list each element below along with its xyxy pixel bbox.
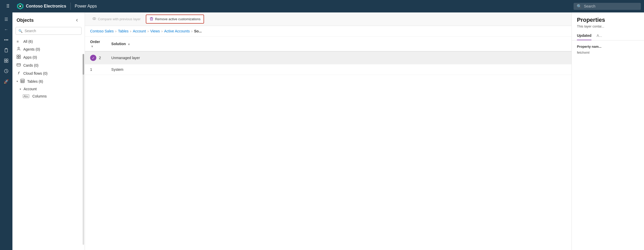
tab-updated-label: Updated (577, 33, 591, 38)
grid-icon-btn[interactable] (2, 56, 11, 65)
compare-label: Compare with previous layer (98, 17, 141, 21)
row2-order-value: 1 (90, 67, 92, 72)
breadcrumb-active-accounts[interactable]: Active Accounts (164, 29, 190, 33)
objects-cloudflows-item[interactable]: Cloud flows (0) (12, 69, 85, 77)
svg-point-0 (19, 5, 21, 7)
row1-solution-value: Unmanaged layer (111, 56, 140, 60)
search-icon: 🔍 (18, 29, 23, 33)
global-search-input[interactable] (584, 4, 636, 8)
svg-rect-1 (5, 49, 8, 52)
objects-list: ≡ All (6) Agents (0) Apps (0) Cards (0) (12, 37, 85, 250)
row1-order-cell: ✓ 2 (85, 51, 106, 64)
svg-rect-12 (19, 57, 20, 59)
objects-panel: Objects 🔍 ≡ All (6) Agents (0) (12, 12, 85, 250)
svg-rect-11 (17, 57, 18, 59)
toolbar: Compare with previous layer Remove activ… (85, 12, 571, 26)
svg-rect-3 (4, 59, 6, 60)
content-area: Compare with previous layer Remove activ… (85, 12, 571, 250)
global-search-box[interactable]: 🔍 (574, 3, 641, 10)
properties-subtitle: This layer contai... (572, 24, 644, 31)
row2-order-cell: 1 (85, 64, 106, 75)
order-col-header[interactable]: Order ∨ (85, 37, 106, 51)
objects-columns-label: Columns (32, 94, 47, 98)
objects-agents-item[interactable]: Agents (0) (12, 45, 85, 53)
table-row[interactable]: 1 System (85, 64, 571, 75)
company-name: Contoso Electronics (26, 4, 66, 9)
breadcrumb-sep-5: › (191, 29, 193, 33)
check-icon: ✓ (90, 55, 96, 61)
scrollbar-thumb[interactable] (83, 54, 84, 75)
more-icon-btn[interactable]: ••• (2, 35, 11, 45)
objects-agents-label: Agents (0) (23, 47, 40, 51)
breadcrumb-current: So... (194, 29, 202, 33)
back-icon-btn[interactable]: ← (2, 25, 11, 34)
row2-solution-value: System (111, 67, 124, 72)
app-logo: Contoso Electronics (17, 3, 66, 10)
grid-dots-icon[interactable]: ⠿ (3, 2, 12, 11)
objects-account-item[interactable]: ▾ Account (12, 85, 85, 93)
breadcrumb-sep-3: › (147, 29, 149, 33)
tables-icon (20, 79, 25, 84)
row1-solution-cell: Unmanaged layer (106, 51, 571, 64)
objects-apps-item[interactable]: Apps (0) (12, 53, 85, 61)
apps-icon (17, 55, 21, 60)
objects-cloudflows-label: Cloud flows (0) (23, 71, 47, 75)
cloudflows-icon (17, 71, 21, 76)
svg-rect-9 (17, 55, 18, 57)
properties-tabs: Updated A... (572, 31, 644, 40)
all-icon: ≡ (17, 39, 21, 44)
history-icon-btn[interactable] (2, 66, 11, 76)
objects-cards-label: Cards (0) (23, 63, 38, 67)
cards-icon (17, 63, 21, 68)
menu-icon-btn[interactable]: ☰ (2, 15, 11, 24)
objects-search-box[interactable]: 🔍 (16, 27, 82, 35)
properties-content: Property nam... fetchxml (572, 40, 644, 250)
topbar-divider (70, 3, 71, 10)
compare-button[interactable]: Compare with previous layer (89, 15, 144, 23)
properties-panel: Properties This layer contai... Updated … (571, 12, 644, 250)
table-row[interactable]: ✓ 2 Unmanaged layer (85, 51, 571, 64)
svg-rect-4 (6, 59, 8, 60)
tab-updated[interactable]: Updated (577, 31, 591, 40)
property-fetchxml-value: fetchxml (577, 51, 639, 54)
solution-col-header[interactable]: Solution ∨ (106, 37, 571, 51)
solution-sort-icon: ∨ (128, 43, 130, 46)
app-name-label: Power Apps (75, 4, 97, 9)
svg-rect-10 (19, 55, 20, 57)
objects-title: Objects (17, 18, 34, 23)
breadcrumb-sep-4: › (161, 29, 163, 33)
icon-sidebar: ☰ ← ••• 🚀 (0, 12, 12, 250)
expand-account-icon: ▾ (20, 88, 21, 91)
remove-customizations-button[interactable]: Remove active customizations (146, 15, 204, 24)
order-label: Order (90, 40, 100, 44)
compare-icon (92, 17, 96, 22)
properties-title: Properties (572, 12, 644, 24)
objects-search-input[interactable] (25, 29, 79, 33)
objects-header: Objects (12, 12, 85, 26)
objects-cards-item[interactable]: Cards (0) (12, 61, 85, 69)
search-icon: 🔍 (577, 4, 582, 9)
svg-rect-15 (21, 79, 24, 83)
svg-rect-13 (17, 64, 20, 66)
svg-point-8 (18, 47, 19, 49)
breadcrumb-tables[interactable]: Tables (118, 29, 128, 33)
objects-tables-item[interactable]: ▾ Tables (6) (12, 77, 85, 85)
objects-columns-item[interactable]: Abc Columns (12, 93, 85, 100)
breadcrumb-views[interactable]: Views (150, 29, 160, 33)
collapse-panel-button[interactable] (73, 17, 81, 24)
order-sort-icon: ∨ (91, 45, 93, 48)
objects-account-label: Account (24, 87, 37, 91)
scrollbar-track[interactable] (83, 54, 84, 245)
clipboard-icon-btn[interactable] (2, 46, 11, 55)
breadcrumb-contoso-sales[interactable]: Contoso Sales (90, 29, 114, 33)
breadcrumb-account[interactable]: Account (133, 29, 146, 33)
topbar: ⠿ Contoso Electronics Power Apps 🔍 (0, 0, 644, 12)
remove-label: Remove active customizations (155, 17, 201, 21)
breadcrumb-sep-1: › (115, 29, 117, 33)
objects-tables-label: Tables (6) (27, 79, 43, 84)
rocket-icon-btn[interactable]: 🚀 (2, 77, 11, 86)
tab-second[interactable]: A... (597, 31, 602, 40)
row1-order-value: 2 (99, 56, 101, 60)
objects-all-item[interactable]: ≡ All (6) (12, 38, 85, 45)
trash-icon (149, 17, 154, 22)
